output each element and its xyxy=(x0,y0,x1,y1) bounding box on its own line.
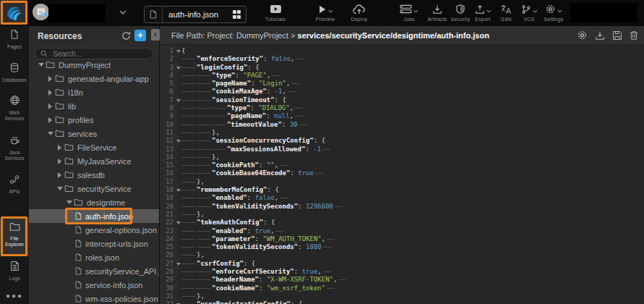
line-number: 13 xyxy=(160,145,176,153)
code-line-13: 13"maxSessionsAllowed": -1 xyxy=(160,145,644,153)
app-logo[interactable] xyxy=(0,0,27,25)
folder-icon xyxy=(55,88,64,96)
fold-toggle-icon[interactable] xyxy=(176,47,181,55)
line-number: 3 xyxy=(160,64,176,72)
chevron-right-icon[interactable] xyxy=(55,145,64,151)
top-bar: auth-info.json TutorialsPreviewDeployJob… xyxy=(0,0,644,26)
tree-item-dummyproject[interactable]: DummyProject xyxy=(29,58,159,72)
project-avatar[interactable] xyxy=(33,4,49,20)
tree-item-label: profiles xyxy=(68,116,93,124)
code-line-9: 9"pageName": null, xyxy=(160,112,644,120)
tree-item-services[interactable]: services xyxy=(29,127,159,140)
tree-item-wm-xss-policies-json[interactable]: wm-xss-policies.json xyxy=(29,292,159,304)
refresh-icon[interactable] xyxy=(121,31,131,41)
tree-item-general-options-json[interactable]: general-options.json xyxy=(29,223,159,237)
database-icon xyxy=(9,62,20,73)
toolbar-deploy[interactable]: Deploy xyxy=(340,3,378,22)
save-button[interactable] xyxy=(612,30,622,41)
toolbar-tutorials[interactable]: Tutorials xyxy=(257,3,294,22)
fold-gutter xyxy=(176,121,181,129)
settings-button[interactable] xyxy=(577,30,588,41)
line-number: 6 xyxy=(160,88,176,96)
search-input[interactable] xyxy=(51,49,147,59)
tree-item-intercept-urls-json[interactable]: intercept-urls.json xyxy=(29,237,159,250)
code-line-32: 32"userRegistrationConfig": { xyxy=(160,300,644,304)
code-editor[interactable]: 1{2"enforceSecurity": false,3"loginConfi… xyxy=(160,45,644,304)
tree-item-designtime[interactable]: designtime xyxy=(29,195,159,209)
fold-gutter xyxy=(176,161,181,169)
chevron-right-icon[interactable] xyxy=(55,159,64,164)
fold-toggle-icon[interactable] xyxy=(176,137,181,145)
tree-item-lib[interactable]: lib xyxy=(29,99,159,113)
sidebar-item-apis[interactable]: APIs xyxy=(0,174,29,195)
file-icon xyxy=(75,240,82,248)
chevron-right-icon[interactable] xyxy=(46,117,55,123)
tree-item-roles-json[interactable]: roles.json xyxy=(29,250,159,264)
fold-toggle-icon[interactable] xyxy=(176,219,181,227)
tree-item-i18n[interactable]: i18n xyxy=(29,85,159,99)
tree-item-service-info-json[interactable]: service-info.json xyxy=(29,278,159,292)
layout-switcher-icon[interactable] xyxy=(233,10,241,19)
tree-item-auth-info-json[interactable]: auth-info.json xyxy=(29,209,159,223)
logs-icon xyxy=(10,261,20,271)
fold-gutter xyxy=(176,104,181,112)
chevron-right-icon[interactable] xyxy=(55,172,64,178)
line-number: 16 xyxy=(160,169,176,177)
path-file: services/securityService/designtime/auth… xyxy=(298,31,489,40)
line-number: 7 xyxy=(160,96,176,104)
file-actions xyxy=(577,30,638,41)
sidebar-item-label: Java Services xyxy=(0,150,29,161)
chevron-down-icon[interactable] xyxy=(64,198,74,207)
tree-item-label: salesdb xyxy=(77,171,105,180)
line-number: 18 xyxy=(160,186,176,194)
sidebar-item-java-services[interactable]: Java Services xyxy=(0,135,29,161)
sidebar-item-label: Databases xyxy=(0,77,29,83)
tree-item-securityservice-api-json[interactable]: securityService_API.json xyxy=(29,264,159,278)
code-line-5: 5"pageName": "Login", xyxy=(160,80,644,88)
fold-toggle-icon[interactable] xyxy=(176,96,181,104)
line-number: 2 xyxy=(160,55,176,63)
tree-item-securityservice[interactable]: securityService xyxy=(29,182,159,195)
collapse-panel-button[interactable]: ‹ xyxy=(151,29,160,41)
code-line-29: 29"headerName": "X-WM-XSRF-TOKEN", xyxy=(160,276,644,284)
sidebar-item-more[interactable]: ●●● xyxy=(0,288,29,301)
toolbar-settings[interactable]: Settings xyxy=(535,3,572,22)
tree-item-label: lib xyxy=(68,102,76,111)
tree-item-salesdb[interactable]: salesdb xyxy=(29,168,159,182)
add-resource-button[interactable]: + xyxy=(134,30,146,41)
open-file-tab[interactable]: auth-info.json xyxy=(144,6,246,23)
fold-toggle-icon[interactable] xyxy=(176,300,181,304)
chevron-right-icon[interactable] xyxy=(46,90,55,96)
tray-up-icon xyxy=(475,4,485,14)
chevron-down-icon[interactable] xyxy=(36,60,46,69)
download-button[interactable] xyxy=(595,30,605,41)
fold-toggle-icon[interactable] xyxy=(176,64,181,72)
redaction-box-user-area xyxy=(570,3,637,22)
sidebar-item-pages[interactable]: Pages xyxy=(0,29,29,50)
tree-item-profiles[interactable]: profiles xyxy=(29,113,159,127)
sidebar-item-file-explorer[interactable]: File Explorer xyxy=(0,217,29,256)
tree-item-fileservice[interactable]: FileService xyxy=(29,140,159,154)
code-line-20: 20"tokenValiditySeconds": 1296000 xyxy=(160,203,644,211)
sidebar-item-web-services[interactable]: Web Services xyxy=(0,95,29,122)
tree-item-generated-angular-app[interactable]: generated-angular-app xyxy=(29,72,159,85)
line-number: 10 xyxy=(160,121,176,129)
chevron-right-icon[interactable] xyxy=(46,104,55,109)
chevron-down-icon[interactable] xyxy=(46,129,55,138)
toolbar-preview[interactable]: Preview xyxy=(306,3,344,22)
folder-icon xyxy=(9,222,20,232)
chevron-down-icon xyxy=(328,9,333,13)
project-chevron-down-icon[interactable] xyxy=(119,10,126,15)
chevron-right-icon[interactable] xyxy=(46,76,55,82)
delete-button[interactable] xyxy=(630,30,638,41)
sidebar-item-databases[interactable]: Databases xyxy=(0,62,29,83)
sidebar-item-logs[interactable]: Logs xyxy=(0,261,29,282)
line-number: 19 xyxy=(160,194,176,202)
tree-item-myjavaservice[interactable]: MyJavaService xyxy=(29,154,159,168)
fold-toggle-icon[interactable] xyxy=(176,260,181,268)
fold-toggle-icon[interactable] xyxy=(176,186,181,194)
code-line-6: 6"cookieMaxAge": -1, xyxy=(160,88,644,96)
chevron-down-icon[interactable] xyxy=(55,184,64,193)
code-line-14: 14}, xyxy=(160,153,644,161)
tree-item-label: wm-xss-policies.json xyxy=(85,295,158,303)
